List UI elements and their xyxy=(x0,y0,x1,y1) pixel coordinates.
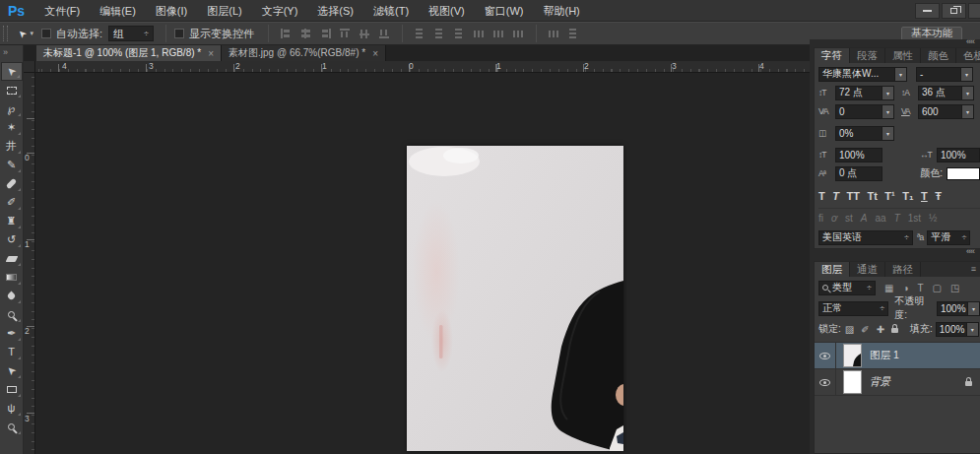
menu-item-6[interactable]: 滤镜(T) xyxy=(363,0,419,22)
font-size-input[interactable]: 72 点 xyxy=(835,86,882,100)
distribute-widths-icon[interactable] xyxy=(549,29,559,38)
layer-name[interactable]: 背景 xyxy=(870,375,890,389)
tool-crop[interactable]: 井 xyxy=(1,137,23,156)
menu-item-1[interactable]: 编辑(E) xyxy=(90,0,146,22)
pixel-layer-filter-icon[interactable]: ▦ xyxy=(884,283,893,293)
proportional-spacing-input[interactable]: 0% xyxy=(835,126,882,141)
tool-preset-caret-icon[interactable]: ▾ xyxy=(30,30,33,37)
tool-move[interactable]: ➤ xyxy=(1,62,23,81)
tool-healing-brush[interactable] xyxy=(1,174,23,193)
leading-input[interactable]: 36 点 xyxy=(918,86,962,100)
text-style-button-1[interactable]: T xyxy=(832,190,839,202)
menu-item-9[interactable]: 帮助(H) xyxy=(533,0,589,22)
distribute-right-icon[interactable] xyxy=(513,29,524,38)
canvas-viewport[interactable] xyxy=(35,73,810,454)
close-tab-icon[interactable]: × xyxy=(208,48,214,59)
align-top-icon[interactable] xyxy=(340,29,351,38)
kerning-input[interactable]: 0 xyxy=(835,104,882,119)
tab-character[interactable]: 字符 xyxy=(815,48,850,63)
tracking-dropdown-icon[interactable]: ▾ xyxy=(962,104,974,119)
proportional-spacing-dropdown-icon[interactable]: ▾ xyxy=(882,126,894,141)
collapse-panels-icon[interactable]: «« xyxy=(966,36,974,46)
distribute-center-vertical-icon[interactable] xyxy=(434,29,445,38)
tool-history-brush[interactable]: ↺ xyxy=(1,230,23,249)
tool-hand[interactable]: ψ xyxy=(1,399,23,418)
vertical-ruler[interactable]: 0123 xyxy=(24,73,35,454)
font-family-dropdown-icon[interactable]: ▾ xyxy=(895,67,907,82)
close-button[interactable] xyxy=(968,3,980,19)
tool-zoom[interactable] xyxy=(1,418,23,436)
collapse-panels-icon[interactable]: «« xyxy=(966,246,974,256)
fill-dropdown-icon[interactable]: ▾ xyxy=(967,322,979,337)
text-style-button-4[interactable]: T¹ xyxy=(884,190,894,202)
layer-thumbnail[interactable] xyxy=(844,371,861,393)
tab-color[interactable]: 颜色 xyxy=(921,48,956,63)
align-center-vertical-icon[interactable] xyxy=(359,29,370,38)
menu-item-2[interactable]: 图像(I) xyxy=(146,0,197,22)
text-style-button-2[interactable]: TT xyxy=(846,190,859,202)
tool-path-select[interactable]: ➤ xyxy=(1,361,23,380)
text-style-button-7[interactable]: Ŧ xyxy=(935,190,942,202)
tool-gradient[interactable] xyxy=(1,268,23,287)
align-bottom-icon[interactable] xyxy=(379,29,390,38)
distribute-heights-icon[interactable] xyxy=(568,29,579,38)
opacity-input[interactable]: 100% xyxy=(937,301,968,316)
tracking-input[interactable]: 600 xyxy=(918,104,962,119)
tab-swatches[interactable]: 色板 xyxy=(956,48,980,63)
tool-eyedropper[interactable]: ✎ xyxy=(1,156,23,174)
text-style-button-3[interactable]: Tt xyxy=(867,190,877,202)
layer-row-background[interactable]: 背景 xyxy=(815,369,980,396)
auto-select-checkbox[interactable] xyxy=(41,29,51,38)
distribute-bottom-icon[interactable] xyxy=(454,29,465,38)
align-left-icon[interactable] xyxy=(281,29,292,38)
smart-object-filter-icon[interactable]: ◳ xyxy=(950,283,959,293)
menu-item-0[interactable]: 文件(F) xyxy=(34,0,90,22)
tab-channels[interactable]: 通道 xyxy=(850,262,885,277)
fill-input[interactable]: 100% xyxy=(936,322,967,337)
tab-layers[interactable]: 图层 xyxy=(815,262,850,277)
opacity-dropdown-icon[interactable]: ▾ xyxy=(968,301,980,316)
menu-item-8[interactable]: 窗口(W) xyxy=(475,0,534,22)
tool-type[interactable]: T xyxy=(1,343,23,361)
close-tab-icon[interactable]: × xyxy=(372,48,378,59)
text-style-button-5[interactable]: T₁ xyxy=(902,190,913,202)
text-style-button-0[interactable]: T xyxy=(818,190,825,202)
tab-properties[interactable]: 属性 xyxy=(885,48,921,63)
lock-position-icon[interactable]: ✚ xyxy=(877,324,884,335)
menu-item-7[interactable]: 视图(V) xyxy=(419,0,475,22)
font-style-select[interactable]: - xyxy=(916,67,961,82)
visibility-toggle[interactable] xyxy=(815,369,836,395)
menu-item-5[interactable]: 选择(S) xyxy=(307,0,363,22)
menu-item-3[interactable]: 图层(L) xyxy=(197,0,251,22)
font-size-dropdown-icon[interactable]: ▾ xyxy=(882,86,894,100)
layer-filter-select[interactable]: 类型 ÷ xyxy=(818,281,876,295)
lock-pixels-icon[interactable]: ✐ xyxy=(861,324,869,335)
distribute-top-icon[interactable] xyxy=(415,29,425,38)
horizontal-scale-input[interactable]: 100% xyxy=(937,148,980,162)
show-transform-checkbox[interactable] xyxy=(174,29,184,38)
options-bar-grip[interactable] xyxy=(3,26,8,41)
antialias-select[interactable]: 平滑 ÷ xyxy=(927,230,970,245)
language-select[interactable]: 美国英语 ÷ xyxy=(818,230,913,245)
ruler-origin-box[interactable] xyxy=(24,61,35,73)
tool-brush[interactable]: ✐ xyxy=(1,193,23,212)
layer-thumbnail[interactable] xyxy=(844,345,861,366)
distribute-center-horizontal-icon[interactable] xyxy=(493,29,504,38)
distribute-left-icon[interactable] xyxy=(474,29,485,38)
adjustment-layer-filter-icon[interactable]: ◑ xyxy=(902,283,908,293)
font-family-select[interactable]: 华康黑体W... xyxy=(818,67,895,82)
tool-dodge[interactable] xyxy=(1,305,23,324)
canvas[interactable] xyxy=(407,146,623,451)
tool-blur[interactable] xyxy=(1,287,23,305)
tool-eraser[interactable] xyxy=(1,249,23,268)
tool-lasso[interactable]: ℘ xyxy=(1,99,23,118)
lock-all-icon[interactable] xyxy=(891,328,898,333)
tool-shape[interactable] xyxy=(1,380,23,399)
tool-pen[interactable]: ✒ xyxy=(1,324,23,343)
layer-name[interactable]: 图层 1 xyxy=(870,349,899,362)
blend-mode-select[interactable]: 正常 ÷ xyxy=(818,301,888,316)
menu-item-4[interactable]: 文字(Y) xyxy=(252,0,308,22)
font-style-dropdown-icon[interactable]: ▾ xyxy=(961,67,973,82)
vertical-scale-input[interactable]: 100% xyxy=(835,148,882,162)
panel-menu-icon[interactable]: ≡ xyxy=(971,264,976,274)
